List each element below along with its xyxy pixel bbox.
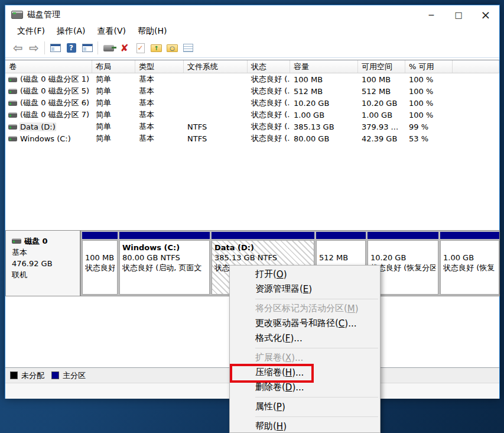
table-cell: 100 % bbox=[405, 87, 453, 96]
volume-name-cell: (磁盘 0 磁盘分区 7) bbox=[5, 109, 92, 120]
table-cell: 简单 bbox=[92, 98, 135, 108]
show-detail-pane-button[interactable] bbox=[79, 41, 95, 56]
menu-item-help[interactable]: 帮助(H) bbox=[230, 419, 380, 433]
menubar-item[interactable]: 帮助(H) bbox=[132, 25, 173, 38]
volume-name-cell: (磁盘 0 磁盘分区 1) bbox=[5, 74, 92, 85]
folder-find-button[interactable]: ○ bbox=[164, 41, 180, 56]
table-cell: 100 % bbox=[405, 99, 453, 108]
context-menu: 打开(O)资源管理器(E)将分区标记为活动分区(M)更改驱动器号和路径(C)..… bbox=[229, 265, 381, 433]
volume-table-header: 卷布局类型文件系统状态容量可用空间% 可用 bbox=[5, 60, 499, 73]
column-header[interactable]: 状态 bbox=[248, 60, 290, 73]
volume-name: (磁盘 0 磁盘分区 5) bbox=[20, 86, 89, 96]
menu-separator bbox=[230, 414, 380, 419]
volume-icon bbox=[8, 101, 17, 106]
volume-name-cell: (磁盘 0 磁盘分区 5) bbox=[5, 86, 92, 96]
table-cell: 53 % bbox=[405, 134, 453, 143]
disk-icon bbox=[12, 238, 21, 244]
table-cell: 简单 bbox=[92, 86, 135, 96]
menu-item-explorer[interactable]: 资源管理器(E) bbox=[230, 282, 380, 296]
minimize-button[interactable]: − bbox=[418, 5, 445, 24]
volume-icon bbox=[8, 77, 17, 82]
volume-name: (磁盘 0 磁盘分区 7) bbox=[20, 109, 89, 120]
disk0-size: 476.92 GB bbox=[12, 258, 80, 269]
menubar-item[interactable]: 查看(V) bbox=[92, 25, 132, 38]
column-header-filler bbox=[453, 60, 499, 73]
table-cell: 状态良好 (... bbox=[248, 109, 290, 120]
column-header[interactable]: 文件系统 bbox=[184, 60, 248, 73]
menu-separator bbox=[230, 395, 380, 399]
menu-item-properties[interactable]: 属性(P) bbox=[230, 399, 380, 414]
menu-separator bbox=[230, 296, 380, 301]
console-tree-button[interactable] bbox=[47, 41, 63, 56]
table-cell: 基本 bbox=[135, 109, 184, 120]
volume-name: Data (D:) bbox=[20, 122, 56, 131]
table-cell: 100 % bbox=[405, 111, 453, 119]
volume-name: (磁盘 0 磁盘分区 1) bbox=[20, 74, 89, 85]
primary-partition-swatch bbox=[51, 371, 59, 379]
menu-separator bbox=[230, 345, 380, 350]
column-header[interactable]: 类型 bbox=[135, 60, 184, 73]
help-button[interactable]: ? bbox=[63, 41, 79, 56]
column-header[interactable]: 卷 bbox=[5, 60, 92, 73]
partition-line: 状态良好 ( bbox=[85, 263, 115, 273]
table-row[interactable]: (磁盘 0 磁盘分区 7)简单基本状态良好 (...1.00 GB1.00 GB… bbox=[5, 109, 499, 121]
table-cell: 10.20 GB bbox=[290, 99, 358, 108]
back-icon: ⇦ bbox=[13, 42, 23, 54]
disk0-label-panel[interactable]: 磁盘 0 基本 476.92 GB 联机 bbox=[5, 230, 80, 296]
primary-partition-label: 主分区 bbox=[63, 370, 86, 381]
back-button[interactable]: ⇦ bbox=[10, 41, 26, 56]
menu-item-format[interactable]: 格式化(F)... bbox=[230, 331, 380, 345]
column-header[interactable]: 可用空间 bbox=[358, 60, 405, 73]
maximize-button[interactable]: □ bbox=[445, 5, 472, 24]
forward-icon: ⇨ bbox=[29, 42, 39, 54]
table-row[interactable]: Data (D:)简单基本NTFS状态良好 (...385.13 GB379.9… bbox=[5, 121, 499, 133]
table-row[interactable]: (磁盘 0 磁盘分区 6)简单基本状态良好 (...10.20 GB10.20 … bbox=[5, 97, 499, 109]
table-cell: 状态良好 (... bbox=[248, 98, 290, 108]
table-row[interactable]: Windows (C:)简单基本NTFS状态良好 (...80.00 GB42.… bbox=[5, 133, 499, 144]
desktop: { "window": { "title": "磁盘管理", "controls… bbox=[0, 0, 504, 433]
table-row[interactable]: (磁盘 0 磁盘分区 1)简单基本状态良好 (...100 MB100 MB10… bbox=[5, 73, 499, 85]
partition-line: 状态良好 (启动, 页面文 bbox=[122, 263, 207, 273]
partition-line: Windows (C:) bbox=[122, 243, 207, 253]
menu-item-open[interactable]: 打开(O) bbox=[230, 267, 380, 282]
primary-partition-bar bbox=[212, 232, 314, 239]
menu-item-change-drive-letter[interactable]: 更改驱动器号和路径(C)... bbox=[230, 316, 380, 331]
disk0-type: 基本 bbox=[12, 247, 80, 258]
checklist-icon bbox=[183, 44, 193, 52]
table-cell: 基本 bbox=[135, 86, 184, 96]
column-header[interactable]: 布局 bbox=[92, 60, 135, 73]
table-cell: 42.39 GB bbox=[358, 134, 405, 143]
table-cell: 状态良好 (... bbox=[248, 133, 290, 144]
disk0-title: 磁盘 0 bbox=[12, 235, 80, 247]
partition-block[interactable]: Windows (C:)80.00 GB NTFS状态良好 (启动, 页面文 bbox=[119, 232, 210, 295]
table-cell: 状态良好 (... bbox=[248, 74, 290, 85]
partition-line: 385.13 GB NTFS bbox=[214, 253, 311, 263]
partition-block[interactable]: 100 MB状态良好 ( bbox=[82, 232, 118, 295]
volume-icon bbox=[8, 136, 17, 141]
table-row[interactable]: (磁盘 0 磁盘分区 5)简单基本状态良好 (...512 MB512 MB10… bbox=[5, 85, 499, 97]
column-header[interactable]: % 可用 bbox=[405, 60, 453, 73]
volume-name: (磁盘 0 磁盘分区 6) bbox=[20, 98, 89, 108]
table-cell: 简单 bbox=[92, 109, 135, 120]
close-button[interactable]: × bbox=[472, 5, 499, 24]
partition-line: 100 MB bbox=[85, 253, 115, 263]
delete-button[interactable]: ✘ bbox=[116, 41, 132, 56]
folder-find-icon: ○ bbox=[167, 44, 178, 52]
check-disk-button[interactable]: ✓ bbox=[132, 41, 148, 56]
partition-line: 1.00 GB bbox=[443, 253, 496, 263]
menubar-item[interactable]: 操作(A) bbox=[51, 25, 92, 38]
column-header[interactable]: 容量 bbox=[290, 60, 358, 73]
menu-item-delete-volume[interactable]: 删除卷(D)... bbox=[230, 380, 380, 395]
menu-item-mark-partition-active: 将分区标记为活动分区(M) bbox=[230, 301, 380, 316]
menu-item-shrink-volume[interactable]: 压缩卷(H)... bbox=[230, 365, 380, 380]
checklist-button[interactable] bbox=[180, 41, 196, 56]
partition-block[interactable]: 1.00 GB状态良好 (恢复 bbox=[440, 232, 499, 295]
forward-button[interactable]: ⇨ bbox=[26, 41, 42, 56]
unallocated-swatch bbox=[10, 371, 18, 379]
primary-partition-bar bbox=[82, 232, 118, 239]
table-cell: NTFS bbox=[184, 122, 248, 131]
device-properties-button[interactable] bbox=[100, 41, 116, 56]
table-cell: 简单 bbox=[92, 74, 135, 85]
menubar-item[interactable]: 文件(F) bbox=[11, 25, 51, 38]
folder-up-button[interactable]: ↑ bbox=[148, 41, 164, 56]
